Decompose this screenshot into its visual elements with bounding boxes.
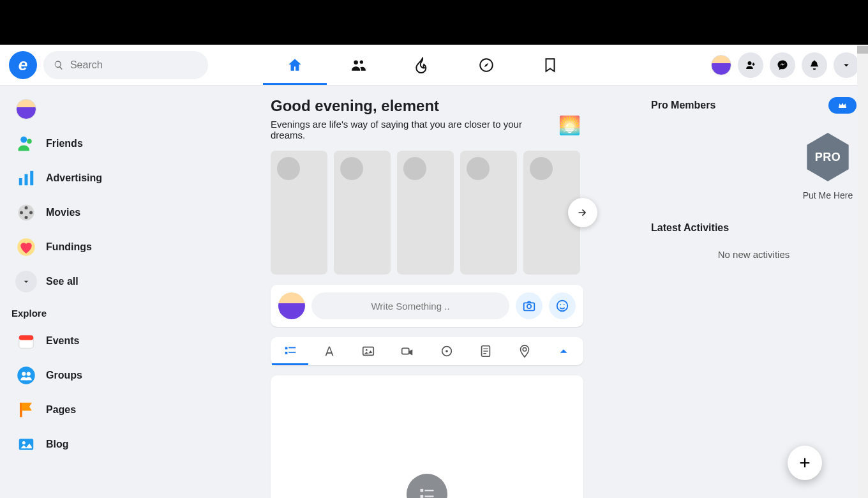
svg-rect-38 — [421, 495, 424, 498]
list-icon — [283, 344, 297, 358]
smile-icon — [555, 299, 569, 313]
story-card[interactable] — [271, 151, 327, 275]
sidebar-item-label: Groups — [46, 370, 82, 381]
story-avatar — [530, 157, 553, 180]
svg-point-14 — [27, 372, 31, 375]
svg-rect-27 — [363, 347, 374, 356]
svg-rect-15 — [20, 403, 22, 418]
svg-rect-25 — [285, 352, 287, 354]
svg-rect-29 — [402, 348, 409, 354]
svg-point-19 — [527, 305, 531, 308]
sidebar-blog[interactable]: Blog — [4, 427, 180, 462]
sidebar-friends[interactable]: Friends — [4, 126, 180, 161]
window-titlebar — [0, 0, 868, 45]
story-avatar — [467, 157, 490, 180]
friend-requests-button[interactable] — [738, 52, 763, 78]
activities-title: Latest Activities — [651, 222, 857, 234]
svg-rect-26 — [288, 352, 296, 353]
svg-point-22 — [564, 304, 565, 305]
content-area: Friends Advertising Movies Fundings See … — [0, 86, 868, 498]
sidebar-groups[interactable]: Groups — [4, 358, 180, 393]
nav-home[interactable] — [263, 45, 327, 85]
nav-trending[interactable] — [391, 45, 454, 85]
svg-point-20 — [557, 301, 568, 312]
sunset-icon: 🌅 — [558, 117, 581, 135]
arrow-right-icon — [576, 206, 589, 219]
svg-rect-2 — [25, 174, 28, 186]
topbar-right — [711, 52, 859, 78]
nav-explore[interactable] — [454, 45, 518, 85]
sidebar-movies[interactable]: Movies — [4, 195, 180, 230]
crown-icon — [837, 100, 848, 110]
story-card[interactable] — [460, 151, 517, 275]
pro-crown-badge[interactable] — [828, 97, 857, 114]
friends-icon — [15, 133, 37, 155]
sidebar-item-label: Events — [46, 335, 79, 347]
feed-tab-audio[interactable] — [427, 337, 466, 365]
feed-tab-videos[interactable] — [388, 337, 427, 365]
messages-button[interactable] — [770, 52, 795, 78]
sidebar-events[interactable]: Events — [4, 324, 180, 358]
chevron-down-icon — [15, 271, 37, 292]
pro-members-header: Pro Members — [651, 97, 857, 114]
feed-tab-location[interactable] — [505, 337, 544, 365]
main-nav-tabs — [263, 45, 582, 85]
empty-post-card — [271, 375, 583, 498]
stories-row — [271, 151, 583, 275]
search-field[interactable] — [43, 51, 208, 79]
sidebar-fundings[interactable]: Fundings — [4, 230, 180, 264]
nav-saved[interactable] — [518, 45, 582, 85]
composer-avatar[interactable] — [278, 292, 305, 319]
notifications-button[interactable] — [802, 52, 827, 78]
scrollbar-thumb[interactable] — [857, 46, 868, 54]
svg-point-7 — [25, 216, 28, 219]
user-avatar[interactable] — [711, 55, 731, 75]
svg-rect-36 — [421, 489, 424, 492]
story-card[interactable] — [334, 151, 391, 275]
svg-point-5 — [25, 206, 28, 209]
create-fab[interactable]: + — [788, 446, 822, 480]
story-card[interactable] — [397, 151, 454, 275]
people-icon — [350, 57, 367, 73]
svg-point-28 — [366, 349, 368, 351]
feed-tab-text[interactable] — [310, 337, 348, 365]
svg-rect-24 — [288, 347, 296, 349]
nav-people[interactable] — [327, 45, 391, 85]
right-sidebar: Pro Members PRO Put Me Here Latest Activ… — [651, 86, 868, 498]
svg-point-8 — [20, 211, 23, 215]
svg-point-31 — [445, 350, 448, 352]
story-avatar — [340, 157, 363, 180]
image-tab-icon — [361, 344, 375, 358]
feed-column: Good evening, element Evenings are life'… — [184, 86, 651, 498]
messenger-icon — [777, 59, 788, 71]
sidebar-see-all[interactable]: See all — [4, 264, 180, 299]
composer-photo-button[interactable] — [516, 292, 542, 319]
sidebar-advertising[interactable]: Advertising — [4, 161, 180, 195]
feed-tab-all[interactable] — [271, 337, 310, 365]
pin-icon — [518, 344, 532, 358]
compass-icon — [478, 57, 495, 73]
sidebar-item-label: Advertising — [46, 172, 102, 184]
chart-bars-icon — [15, 167, 37, 189]
app-logo[interactable]: e — [9, 51, 37, 79]
plus-icon: + — [799, 452, 811, 474]
page-scrollbar[interactable] — [857, 45, 868, 498]
sidebar-profile[interactable] — [4, 92, 180, 126]
composer-input[interactable]: Write Something .. — [311, 292, 509, 319]
svg-point-17 — [22, 441, 26, 444]
pro-upgrade-card[interactable]: PRO Put Me Here — [799, 133, 857, 200]
caret-down-icon — [841, 59, 852, 71]
search-input[interactable] — [70, 59, 198, 71]
feed-tab-files[interactable] — [466, 337, 505, 365]
sidebar-pages[interactable]: Pages — [4, 393, 180, 427]
svg-point-12 — [17, 366, 35, 384]
film-reel-icon — [15, 202, 37, 223]
stories-next-button[interactable] — [568, 198, 597, 227]
feed-tab-photos[interactable] — [349, 337, 388, 365]
left-sidebar: Friends Advertising Movies Fundings See … — [0, 86, 184, 498]
text-icon — [322, 344, 336, 358]
feed-tab-collapse[interactable] — [544, 337, 583, 365]
video-icon — [400, 344, 414, 358]
account-menu-button[interactable] — [834, 52, 859, 78]
composer-emoji-button[interactable] — [549, 292, 576, 319]
